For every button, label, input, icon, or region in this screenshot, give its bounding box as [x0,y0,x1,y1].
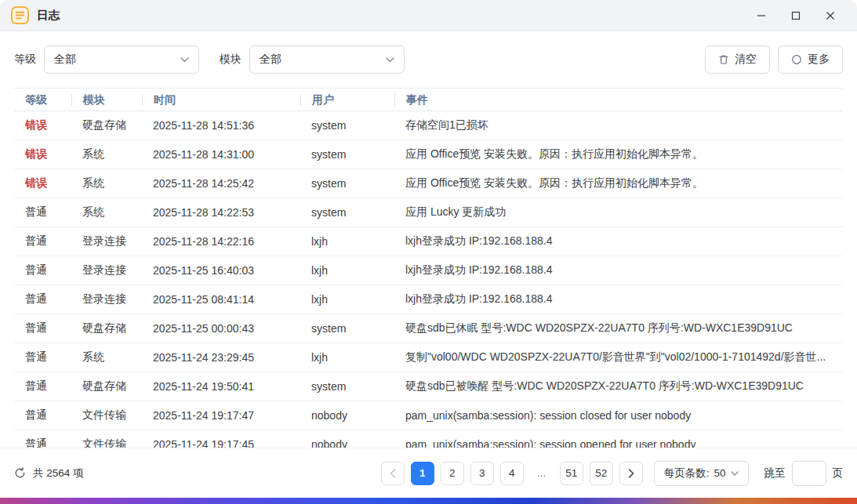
minimize-button[interactable] [744,0,779,31]
log-time: 2025-11-28 14:25:42 [142,177,300,190]
log-module: 系统 [71,350,142,364]
log-module: 系统 [71,205,142,219]
log-time: 2025-11-24 19:17:47 [142,409,300,422]
log-time: 2025-11-25 00:00:43 [142,322,300,335]
table-header: 等级 模块 时间 用户 事件 [14,88,843,111]
level-filter-label: 等级 [14,53,36,67]
log-level: 普通 [14,350,71,364]
log-event: 复制"vol00/WDC WD20SPZX-22UA7T0/影音世界"到"vol… [394,350,843,364]
log-event: lxjh登录成功 IP:192.168.188.4 [394,292,843,306]
log-level: 普通 [14,437,71,448]
next-page-button[interactable] [619,462,643,485]
log-user: system [300,177,394,190]
prev-page-button[interactable] [381,462,405,485]
page-button-3[interactable]: 3 [470,462,494,485]
table-row[interactable]: 普通 硬盘存储 2025-11-24 19:50:41 system 硬盘sdb… [14,372,843,401]
log-event: lxjh登录成功 IP:192.168.188.4 [394,234,843,248]
refresh-icon [14,467,26,479]
window-title: 日志 [37,8,60,23]
filter-bar: 等级 全部 模块 全部 清空 更多 [0,31,857,88]
maximize-button[interactable] [779,0,813,31]
level-filter-value: 全部 [54,53,76,67]
log-level: 普通 [14,292,71,306]
page-button-2[interactable]: 2 [441,462,464,485]
log-time: 2025-11-28 14:31:00 [142,148,300,161]
level-filter-select[interactable]: 全部 [44,45,199,74]
log-event: 应用 Office预览 安装失败。原因：执行应用初始化脚本异常。 [394,147,843,161]
log-time: 2025-11-24 19:17:45 [142,438,300,448]
log-time: 2025-11-25 08:41:14 [142,293,300,306]
trash-icon [718,54,729,65]
desktop-wallpaper-strip [0,498,857,504]
table-row[interactable]: 错误 系统 2025-11-28 14:25:42 system 应用 Offi… [14,169,843,198]
refresh-button[interactable] [14,467,26,479]
log-event: lxjh登录成功 IP:192.168.188.4 [394,263,843,277]
module-filter-value: 全部 [260,53,281,67]
chevron-right-icon [628,469,634,478]
log-module: 文件传输 [71,408,142,422]
chevron-down-icon [731,471,739,476]
page-size-select[interactable]: 每页条数: 50 [654,461,749,486]
jump-page-input[interactable] [792,461,826,486]
table-row[interactable]: 普通 硬盘存储 2025-11-25 00:00:43 system 硬盘sdb… [14,314,843,343]
table-row[interactable]: 普通 登录连接 2025-11-28 14:22:16 lxjh lxjh登录成… [14,227,843,256]
log-level: 错误 [14,176,71,190]
log-user: lxjh [300,351,394,364]
table-row[interactable]: 普通 登录连接 2025-11-25 16:40:03 lxjh lxjh登录成… [14,256,843,285]
column-header-time[interactable]: 时间 [142,94,300,106]
module-filter-select[interactable]: 全部 [249,45,405,74]
log-user: system [300,322,394,335]
chevron-down-icon [180,57,189,63]
table-row[interactable]: 普通 登录连接 2025-11-25 08:41:14 lxjh lxjh登录成… [14,285,843,314]
jump-label: 跳至 [764,466,786,480]
jump-to-page: 跳至 页 [764,461,844,486]
table-row[interactable]: 错误 硬盘存储 2025-11-28 14:51:36 system 存储空间1… [14,111,843,140]
log-level: 普通 [14,263,71,277]
log-user: system [300,206,394,219]
chevron-left-icon [390,469,396,478]
log-event: pam_unix(samba:session): session opened … [394,438,843,448]
log-user: system [300,119,394,132]
clear-logs-button[interactable]: 清空 [705,45,770,74]
log-level: 普通 [14,205,71,219]
column-header-user[interactable]: 用户 [300,94,394,106]
close-button[interactable] [813,0,848,31]
log-app-icon [11,6,29,24]
more-icon [791,54,802,65]
log-table: 等级 模块 时间 用户 事件 错误 硬盘存储 2025-11-28 14:51:… [14,88,843,448]
log-module: 系统 [71,147,142,161]
log-module: 登录连接 [71,292,142,306]
more-button[interactable]: 更多 [778,45,843,74]
total-count: 共 2564 项 [33,466,84,480]
log-event: 硬盘sdb已休眠 型号:WDC WD20SPZX-22UA7T0 序列号:WD-… [394,321,843,335]
log-user: system [300,148,394,161]
column-header-event[interactable]: 事件 [394,94,843,106]
log-level: 错误 [14,118,71,132]
page-ellipsis[interactable]: ... [530,462,554,485]
page-size-label: 每页条数: [664,466,710,480]
log-level: 错误 [14,147,71,161]
column-header-level[interactable]: 等级 [14,94,71,106]
table-row[interactable]: 错误 系统 2025-11-28 14:31:00 system 应用 Offi… [14,140,843,169]
pagination: 1 2 3 4 ... 51 52 [381,462,643,485]
table-row[interactable]: 普通 文件传输 2025-11-24 19:17:45 nobody pam_u… [14,430,843,448]
table-row[interactable]: 普通 系统 2025-11-28 14:22:53 system 应用 Luck… [14,198,843,227]
column-header-module[interactable]: 模块 [71,94,142,106]
log-module: 文件传输 [71,437,142,448]
table-row[interactable]: 普通 系统 2025-11-24 23:29:45 lxjh 复制"vol00/… [14,343,843,372]
page-size-value: 50 [714,467,725,479]
page-button-52[interactable]: 52 [590,462,613,485]
log-event: pam_unix(samba:session): session closed … [394,409,843,422]
page-button-1[interactable]: 1 [411,462,434,485]
log-time: 2025-11-24 19:50:41 [142,380,300,393]
page-button-4[interactable]: 4 [500,462,524,485]
table-row[interactable]: 普通 文件传输 2025-11-24 19:17:47 nobody pam_u… [14,401,843,430]
log-event: 存储空间1已损坏 [394,118,843,132]
log-level: 普通 [14,408,71,422]
page-button-51[interactable]: 51 [560,462,583,485]
log-time: 2025-11-28 14:22:53 [142,206,300,219]
log-user: system [300,380,394,393]
log-module: 登录连接 [71,234,142,248]
log-user: lxjh [300,235,394,248]
log-window: 日志 等级 全部 模块 全部 清空 [0,0,857,504]
